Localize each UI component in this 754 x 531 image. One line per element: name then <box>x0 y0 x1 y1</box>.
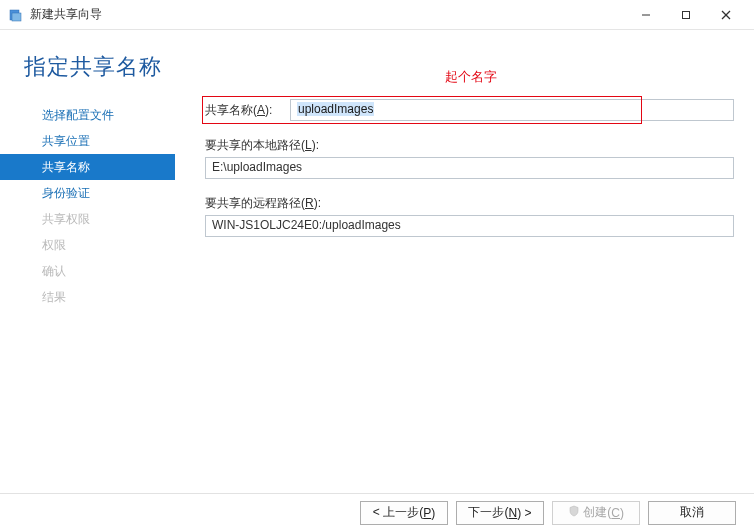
annotation-label: 起个名字 <box>445 68 497 86</box>
sidebar-item-location[interactable]: 共享位置 <box>0 128 175 154</box>
create-button: 创建(C) <box>552 501 640 525</box>
cancel-button[interactable]: 取消 <box>648 501 736 525</box>
sidebar-item-share-perm: 共享权限 <box>0 206 175 232</box>
window-title: 新建共享向导 <box>30 6 626 23</box>
sidebar-item-profile[interactable]: 选择配置文件 <box>0 102 175 128</box>
svg-rect-1 <box>12 13 21 21</box>
sidebar-item-perm: 权限 <box>0 232 175 258</box>
header: 指定共享名称 <box>0 30 754 90</box>
close-button[interactable] <box>706 1 746 29</box>
minimize-button[interactable] <box>626 1 666 29</box>
prev-button[interactable]: < 上一步(P) <box>360 501 448 525</box>
app-icon <box>8 7 24 23</box>
page-title: 指定共享名称 <box>24 52 754 82</box>
svg-rect-3 <box>683 11 690 18</box>
share-name-label: 共享名称(A): <box>205 102 290 119</box>
footer: < 上一步(P) 下一步(N) > 创建(C) 取消 <box>0 493 754 531</box>
next-button[interactable]: 下一步(N) > <box>456 501 544 525</box>
remote-path-field: WIN-JS1OLJC24E0:/uploadImages <box>205 215 734 237</box>
share-name-input[interactable]: uploadImages <box>290 99 734 121</box>
window-controls <box>626 1 746 29</box>
shield-icon <box>568 505 580 520</box>
main-panel: 起个名字 共享名称(A): uploadImages 要共享的本地路径(L): … <box>175 90 754 310</box>
local-path-label: 要共享的本地路径(L): <box>205 137 734 154</box>
sidebar: 选择配置文件 共享位置 共享名称 身份验证 共享权限 权限 确认 结果 <box>0 90 175 310</box>
remote-path-label: 要共享的远程路径(R): <box>205 195 734 212</box>
sidebar-item-share-name[interactable]: 共享名称 <box>0 154 175 180</box>
sidebar-item-auth[interactable]: 身份验证 <box>0 180 175 206</box>
sidebar-item-confirm: 确认 <box>0 258 175 284</box>
sidebar-item-result: 结果 <box>0 284 175 310</box>
titlebar: 新建共享向导 <box>0 0 754 30</box>
local-path-field: E:\uploadImages <box>205 157 734 179</box>
maximize-button[interactable] <box>666 1 706 29</box>
